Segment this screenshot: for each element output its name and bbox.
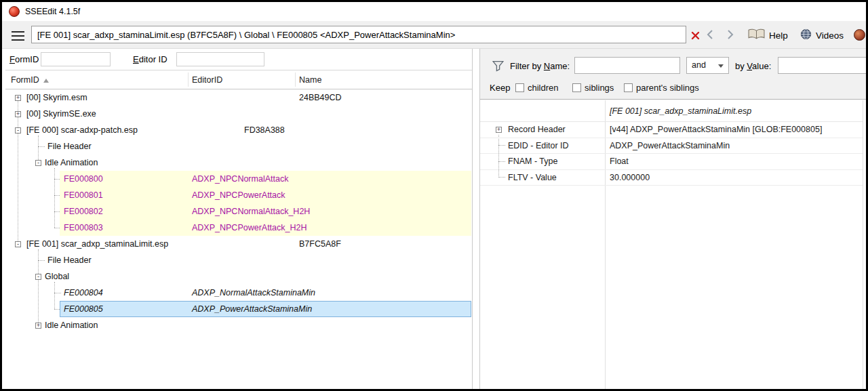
window-title: SSEEdit 4.1.5f bbox=[25, 7, 80, 16]
record-field-label: FLTV - Value bbox=[508, 173, 557, 182]
tree-cell-formid: [00] Skyrim.esm bbox=[26, 93, 87, 102]
collapse-icon[interactable]: - bbox=[35, 160, 41, 166]
help-button[interactable]: Help bbox=[748, 28, 788, 43]
forward-icon[interactable] bbox=[726, 29, 734, 43]
filter-value-input[interactable] bbox=[778, 57, 867, 74]
filter-funnel-icon[interactable] bbox=[492, 60, 504, 75]
keep-children-checkbox[interactable] bbox=[515, 83, 524, 92]
sseedit-window: SSEEdit 4.1.5f Help bbox=[0, 0, 868, 391]
collapse-icon[interactable]: - bbox=[15, 241, 21, 247]
book-icon bbox=[748, 28, 765, 42]
tree-row[interactable]: FE000802 ADXP_NPCNormalAttack_H2H bbox=[5, 203, 472, 220]
column-divider[interactable] bbox=[295, 73, 296, 87]
menu-icon[interactable] bbox=[12, 28, 24, 43]
tree-row[interactable]: - Idle Animation bbox=[5, 155, 472, 171]
tree-cell-formid: FE000803 bbox=[64, 223, 103, 232]
expand-icon[interactable]: + bbox=[496, 127, 502, 133]
tree-row[interactable]: + [00] Skyrim.esm 24BB49CD bbox=[5, 89, 472, 106]
tree-connector bbox=[54, 309, 61, 310]
record-row[interactable]: FNAM - Type Float bbox=[480, 154, 863, 170]
record-field-label: FNAM - Type bbox=[508, 157, 557, 166]
tree-connector bbox=[38, 146, 45, 147]
tree-cell-editorid: ADXP_NPCNormalAttack_H2H bbox=[192, 207, 310, 216]
tree-cell-editorid: ADXP_NPCPowerAttack_H2H bbox=[192, 223, 307, 232]
keep-parents-siblings-label[interactable]: parent's siblings bbox=[636, 83, 699, 93]
record-value: ADXP_PowerAttackStaminaMin bbox=[610, 141, 730, 150]
clear-icon[interactable] bbox=[691, 30, 700, 43]
plugin-tree: + [00] Skyrim.esm 24BB49CD + [00] Skyrim… bbox=[5, 89, 472, 389]
editorid-input[interactable] bbox=[176, 52, 264, 66]
expand-icon[interactable]: + bbox=[35, 323, 41, 329]
tree-row[interactable]: + Idle Animation bbox=[5, 317, 472, 333]
videos-button[interactable]: Videos bbox=[800, 28, 844, 43]
tree-row[interactable]: File Header bbox=[5, 252, 472, 268]
tree-row-selected[interactable]: FE000805 ADXP_PowerAttackStaminaMin bbox=[5, 301, 472, 317]
tree-row[interactable]: FE000803 ADXP_NPCPowerAttack_H2H bbox=[5, 220, 472, 236]
expand-icon[interactable]: + bbox=[15, 95, 21, 101]
column-formid[interactable]: FormID bbox=[11, 70, 49, 89]
record-value: Float bbox=[610, 157, 629, 166]
tree-row[interactable]: - [FE 001] scar_adxp_staminaLimit.esp B7… bbox=[5, 236, 472, 252]
column-divider[interactable] bbox=[188, 73, 189, 87]
tree-cell-editorid: ADXP_PowerAttackStaminaMin bbox=[192, 304, 312, 314]
record-row[interactable]: + Record Header [v44] ADXP_PowerAttackSt… bbox=[480, 122, 863, 138]
tree-row[interactable]: - Global bbox=[5, 268, 472, 285]
globe-icon bbox=[800, 28, 812, 42]
tree-cell-name: B7FC5A8F bbox=[299, 239, 341, 249]
title-bar: SSEEdit 4.1.5f bbox=[2, 2, 866, 21]
formid-filter-bar: FormID Editor ID bbox=[5, 49, 472, 70]
record-connector bbox=[498, 177, 505, 178]
edge-icon[interactable] bbox=[854, 29, 865, 41]
keep-parents-siblings-checkbox[interactable] bbox=[624, 83, 633, 92]
tree-row[interactable]: FE000801 ADXP_NPCPowerAttack bbox=[5, 187, 472, 203]
collapse-icon[interactable]: - bbox=[15, 127, 21, 133]
tree-row[interactable]: + [00] SkyrimSE.exe bbox=[5, 106, 472, 122]
tree-connector bbox=[54, 211, 61, 212]
tree-row[interactable]: FE000804 ADXP_NormalAttackStaminaMin bbox=[5, 285, 472, 301]
record-panel: Filter by Name: and by Value: Keep child… bbox=[479, 49, 866, 389]
column-name[interactable]: Name bbox=[299, 70, 321, 89]
formid-input[interactable] bbox=[41, 52, 111, 66]
tree-cell-formid: [FE 000] scar-adxp-patch.esp bbox=[26, 125, 138, 135]
filter-operator-select[interactable]: and bbox=[686, 57, 729, 74]
filter-name-input[interactable] bbox=[574, 57, 680, 74]
path-input[interactable] bbox=[31, 26, 686, 43]
filter-by-name-label: Filter by Name: bbox=[510, 61, 570, 71]
column-editorid[interactable]: EditorID bbox=[192, 70, 222, 89]
record-connector bbox=[498, 145, 505, 146]
record-view: [FE 001] scar_adxp_staminaLimit.esp + Re… bbox=[480, 100, 866, 389]
help-label: Help bbox=[769, 30, 788, 41]
app-icon bbox=[9, 6, 20, 17]
toolbar: Help Videos bbox=[2, 21, 866, 49]
tree-row[interactable]: - [FE 000] scar-adxp-patch.esp FD38A388 bbox=[5, 122, 472, 138]
tree-row[interactable]: FE000800 ADXP_NPCNormalAttack bbox=[5, 171, 472, 187]
record-value: [v44] ADXP_PowerAttackStaminaMin [GLOB:F… bbox=[610, 125, 822, 134]
tree-connector bbox=[38, 260, 45, 261]
chevron-down-icon bbox=[718, 64, 724, 68]
back-icon[interactable] bbox=[706, 29, 714, 43]
tree-cell-formid: [FE 001] scar_adxp_staminaLimit.esp bbox=[26, 239, 168, 249]
keep-siblings-label[interactable]: siblings bbox=[585, 83, 614, 93]
record-plugin-header-row[interactable]: [FE 001] scar_adxp_staminaLimit.esp bbox=[480, 100, 863, 122]
tree-row[interactable]: File Header bbox=[5, 138, 472, 155]
record-row[interactable]: EDID - Editor ID ADXP_PowerAttackStamina… bbox=[480, 138, 863, 155]
videos-label: Videos bbox=[816, 30, 844, 41]
tree-cell-formid: FE000805 bbox=[64, 304, 103, 314]
record-row[interactable]: FLTV - Value 30.000000 bbox=[480, 170, 863, 186]
tree-cell-formid: FE000802 bbox=[64, 207, 103, 216]
record-field-label: Record Header bbox=[508, 125, 566, 134]
expand-icon[interactable]: + bbox=[15, 111, 21, 117]
collapse-icon[interactable]: - bbox=[35, 274, 41, 280]
keep-siblings-checkbox[interactable] bbox=[572, 83, 581, 92]
tree-cell-formid: Idle Animation bbox=[45, 321, 98, 330]
formid-label: FormID bbox=[9, 54, 39, 64]
by-value-label: by Value: bbox=[735, 61, 771, 71]
filter-operator-value: and bbox=[692, 60, 706, 70]
tree-cell-formid: Idle Animation bbox=[45, 158, 98, 167]
tree-cell-formid: FE000800 bbox=[64, 174, 103, 184]
keep-children-label[interactable]: children bbox=[528, 83, 559, 93]
editorid-label: Editor ID bbox=[133, 54, 167, 64]
record-plugin-name: [FE 001] scar_adxp_staminaLimit.esp bbox=[610, 100, 751, 122]
record-value: 30.000000 bbox=[610, 173, 650, 182]
tree-connector bbox=[54, 179, 61, 180]
